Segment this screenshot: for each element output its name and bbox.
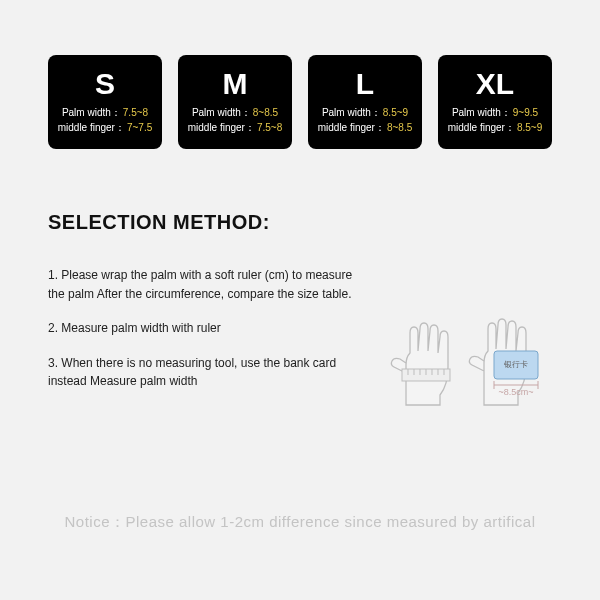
step-2: 2. Measure palm width with ruler xyxy=(48,319,368,338)
size-cards-row: S Palm width： 7.5~8 middle finger： 7~7.5… xyxy=(48,55,552,149)
size-letter: XL xyxy=(476,69,514,99)
palm-width-value: 8~8.5 xyxy=(253,105,278,120)
bank-card-label: 银行卡 xyxy=(503,360,528,369)
size-palm-spec: Palm width： 8~8.5 xyxy=(192,105,278,120)
page: S Palm width： 7.5~8 middle finger： 7~7.5… xyxy=(0,0,600,600)
middle-finger-value: 8~8.5 xyxy=(387,120,412,135)
size-finger-spec: middle finger： 8.5~9 xyxy=(448,120,543,135)
size-card-s: S Palm width： 7.5~8 middle finger： 7~7.5 xyxy=(48,55,162,149)
width-dimension-label: ~8.5cm~ xyxy=(498,387,533,397)
palm-width-value: 8.5~9 xyxy=(383,105,408,120)
size-card-xl: XL Palm width： 9~9.5 middle finger： 8.5~… xyxy=(438,55,552,149)
size-letter: S xyxy=(95,69,115,99)
method-area: 1. Please wrap the palm with a soft rule… xyxy=(48,266,552,407)
size-palm-spec: Palm width： 7.5~8 xyxy=(62,105,148,120)
middle-finger-label: middle finger： xyxy=(448,120,515,135)
middle-finger-label: middle finger： xyxy=(318,120,385,135)
palm-width-label: Palm width： xyxy=(452,105,511,120)
size-card-l: L Palm width： 8.5~9 middle finger： 8~8.5 xyxy=(308,55,422,149)
middle-finger-label: middle finger： xyxy=(188,120,255,135)
size-finger-spec: middle finger： 7.5~8 xyxy=(188,120,283,135)
palm-width-value: 7.5~8 xyxy=(123,105,148,120)
size-palm-spec: Palm width： 8.5~9 xyxy=(322,105,408,120)
palm-width-label: Palm width： xyxy=(322,105,381,120)
notice-text: Notice：Please allow 1-2cm difference sin… xyxy=(0,513,600,532)
middle-finger-value: 7~7.5 xyxy=(127,120,152,135)
hands-illustration: 银行卡 ~8.5cm~ xyxy=(388,266,544,407)
hand-with-ruler-icon xyxy=(388,315,458,407)
size-letter: L xyxy=(356,69,374,99)
palm-width-value: 9~9.5 xyxy=(513,105,538,120)
middle-finger-value: 8.5~9 xyxy=(517,120,542,135)
step-3: 3. When there is no measuring tool, use … xyxy=(48,354,368,391)
size-finger-spec: middle finger： 8~8.5 xyxy=(318,120,413,135)
middle-finger-value: 7.5~8 xyxy=(257,120,282,135)
section-title: SELECTION METHOD: xyxy=(48,211,552,234)
step-1: 1. Please wrap the palm with a soft rule… xyxy=(48,266,368,303)
size-finger-spec: middle finger： 7~7.5 xyxy=(58,120,153,135)
size-letter: M xyxy=(223,69,248,99)
palm-width-label: Palm width： xyxy=(62,105,121,120)
size-palm-spec: Palm width： 9~9.5 xyxy=(452,105,538,120)
palm-width-label: Palm width： xyxy=(192,105,251,120)
steps-list: 1. Please wrap the palm with a soft rule… xyxy=(48,266,368,407)
hand-with-card-icon: 银行卡 ~8.5cm~ xyxy=(466,309,544,407)
middle-finger-label: middle finger： xyxy=(58,120,125,135)
size-card-m: M Palm width： 8~8.5 middle finger： 7.5~8 xyxy=(178,55,292,149)
